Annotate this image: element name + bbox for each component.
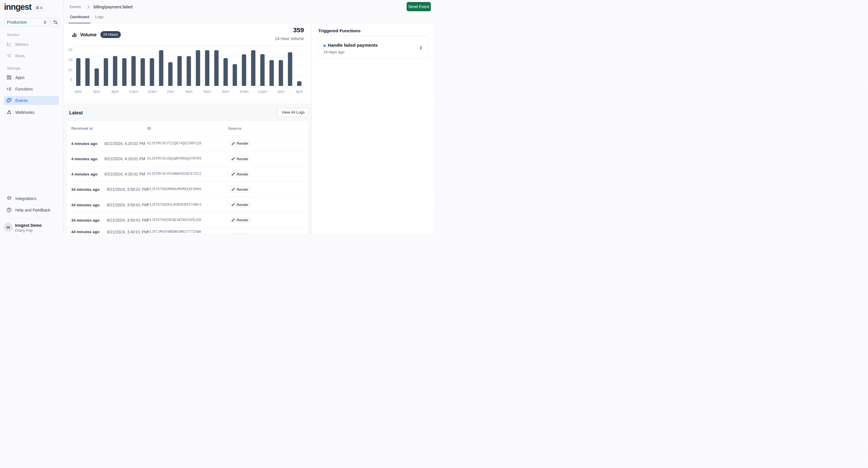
svg-text:5: 5 [70,77,72,82]
svg-text:4am: 4am [185,89,192,94]
svg-text:4pm: 4pm [75,89,82,94]
svg-text:12am: 12am [147,89,157,94]
svg-text:6pm: 6pm [93,89,100,94]
svg-text:8pm: 8pm [112,89,119,94]
svg-text:6am: 6am [204,89,211,94]
svg-text:10pm: 10pm [129,89,138,94]
svg-text:10: 10 [68,68,72,72]
svg-text:10am: 10am [239,89,249,94]
svg-text:15: 15 [68,58,72,62]
svg-text:12pm: 12pm [258,89,267,94]
svg-text:20: 20 [68,47,72,52]
svg-text:8am: 8am [222,89,229,94]
svg-text:4pm: 4pm [296,89,303,94]
svg-text:2am: 2am [167,89,174,94]
svg-text:2pm: 2pm [277,89,284,94]
